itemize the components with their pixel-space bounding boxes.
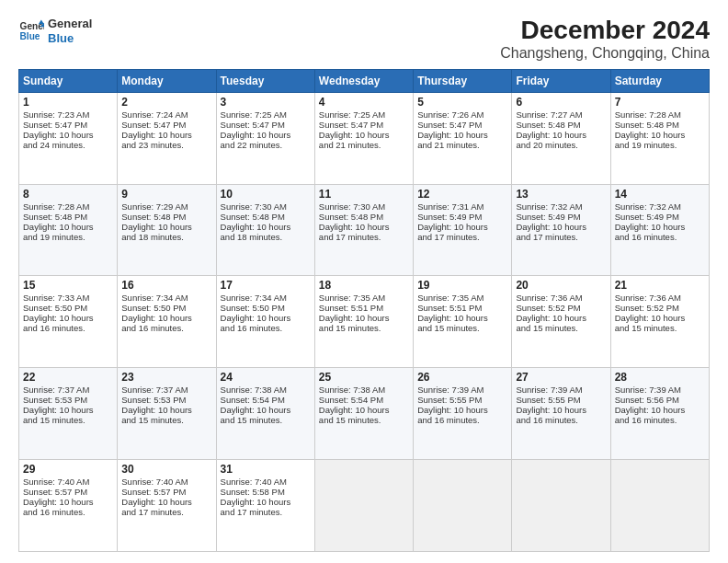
day-number: 4 xyxy=(319,96,409,109)
cell-line: Daylight: 10 hours xyxy=(221,497,311,507)
cell-line: Daylight: 10 hours xyxy=(319,313,409,323)
calendar-cell: 3Sunrise: 7:25 AMSunset: 5:47 PMDaylight… xyxy=(216,92,314,184)
cell-line: Daylight: 10 hours xyxy=(121,130,211,140)
cell-line: Sunset: 5:50 PM xyxy=(23,303,113,313)
calendar-cell: 26Sunrise: 7:39 AMSunset: 5:55 PMDayligh… xyxy=(414,368,512,460)
cell-line: Daylight: 10 hours xyxy=(516,313,606,323)
day-number: 3 xyxy=(221,96,311,109)
cell-line: Daylight: 10 hours xyxy=(221,130,311,140)
day-number: 2 xyxy=(121,96,211,109)
day-number: 20 xyxy=(516,279,606,292)
day-number: 1 xyxy=(23,96,113,109)
cell-line: Sunrise: 7:30 AM xyxy=(319,201,409,212)
cell-line: Daylight: 10 hours xyxy=(615,130,705,140)
day-number: 19 xyxy=(417,279,507,292)
cell-line: Sunset: 5:57 PM xyxy=(121,487,211,497)
cell-line: Sunset: 5:48 PM xyxy=(23,212,113,222)
cell-line: Sunset: 5:53 PM xyxy=(121,395,211,405)
cell-line: Sunrise: 7:33 AM xyxy=(23,293,113,303)
calendar-cell xyxy=(512,460,610,552)
cell-line: Sunset: 5:52 PM xyxy=(615,303,705,313)
cell-line: Sunrise: 7:26 AM xyxy=(417,109,507,120)
cell-line: Sunrise: 7:36 AM xyxy=(516,293,606,303)
day-number: 31 xyxy=(221,463,311,476)
calendar-table: SundayMondayTuesdayWednesdayThursdayFrid… xyxy=(18,69,710,552)
cell-line: Sunrise: 7:25 AM xyxy=(221,109,311,120)
cell-line: and 16 minutes. xyxy=(121,323,211,333)
cell-line: Daylight: 10 hours xyxy=(417,405,507,415)
day-number: 13 xyxy=(516,188,606,201)
cell-line: Sunrise: 7:40 AM xyxy=(121,477,211,487)
calendar-cell: 8Sunrise: 7:28 AMSunset: 5:48 PMDaylight… xyxy=(19,184,118,276)
week-row-4: 22Sunrise: 7:37 AMSunset: 5:53 PMDayligh… xyxy=(19,368,710,460)
day-number: 28 xyxy=(615,371,705,384)
cell-line: Sunrise: 7:37 AM xyxy=(121,385,211,395)
cell-line: Daylight: 10 hours xyxy=(319,130,409,140)
cell-line: and 16 minutes. xyxy=(23,323,113,333)
calendar-cell: 17Sunrise: 7:34 AMSunset: 5:50 PMDayligh… xyxy=(216,276,314,368)
cell-line: Daylight: 10 hours xyxy=(319,222,409,232)
cell-line: Sunrise: 7:35 AM xyxy=(417,293,507,303)
day-number: 18 xyxy=(319,279,409,292)
cell-line: and 17 minutes. xyxy=(221,507,311,517)
day-number: 24 xyxy=(221,371,311,384)
cell-line: Sunrise: 7:23 AM xyxy=(23,109,113,120)
cell-line: and 16 minutes. xyxy=(221,323,311,333)
calendar-cell: 10Sunrise: 7:30 AMSunset: 5:48 PMDayligh… xyxy=(216,184,314,276)
day-number: 17 xyxy=(221,279,311,292)
calendar-cell: 14Sunrise: 7:32 AMSunset: 5:49 PMDayligh… xyxy=(610,184,709,276)
cell-line: Sunset: 5:53 PM xyxy=(23,395,113,405)
cell-line: and 20 minutes. xyxy=(516,140,606,150)
logo-blue: Blue xyxy=(48,31,92,46)
cell-line: Sunset: 5:55 PM xyxy=(516,395,606,405)
calendar-cell: 24Sunrise: 7:38 AMSunset: 5:54 PMDayligh… xyxy=(216,368,314,460)
day-number: 16 xyxy=(121,279,211,292)
weekday-header-monday: Monday xyxy=(118,69,216,92)
day-number: 23 xyxy=(121,371,211,384)
calendar-subtitle: Changsheng, Chongqing, China xyxy=(500,45,710,62)
cell-line: Daylight: 10 hours xyxy=(23,313,113,323)
cell-line: and 17 minutes. xyxy=(121,507,211,517)
title-block: December 2024 Changsheng, Chongqing, Chi… xyxy=(500,17,710,62)
calendar-cell: 21Sunrise: 7:36 AMSunset: 5:52 PMDayligh… xyxy=(610,276,709,368)
day-number: 14 xyxy=(615,188,705,201)
calendar-cell: 6Sunrise: 7:27 AMSunset: 5:48 PMDaylight… xyxy=(512,92,610,184)
cell-line: and 15 minutes. xyxy=(23,415,113,425)
cell-line: Sunset: 5:47 PM xyxy=(417,120,507,130)
cell-line: Sunrise: 7:27 AM xyxy=(516,109,606,120)
cell-line: Daylight: 10 hours xyxy=(121,405,211,415)
cell-line: Daylight: 10 hours xyxy=(121,497,211,507)
cell-line: Sunset: 5:47 PM xyxy=(319,120,409,130)
cell-line: Sunrise: 7:31 AM xyxy=(417,201,507,212)
cell-line: Daylight: 10 hours xyxy=(221,313,311,323)
weekday-header-wednesday: Wednesday xyxy=(314,69,413,92)
cell-line: Sunset: 5:54 PM xyxy=(319,395,409,405)
cell-line: and 22 minutes. xyxy=(221,140,311,150)
cell-line: Daylight: 10 hours xyxy=(417,222,507,232)
cell-line: and 16 minutes. xyxy=(615,415,705,425)
day-number: 22 xyxy=(23,371,113,384)
cell-line: and 15 minutes. xyxy=(615,323,705,333)
calendar-cell: 16Sunrise: 7:34 AMSunset: 5:50 PMDayligh… xyxy=(118,276,216,368)
cell-line: Sunrise: 7:36 AM xyxy=(615,293,705,303)
cell-line: and 16 minutes. xyxy=(516,415,606,425)
day-number: 25 xyxy=(319,371,409,384)
weekday-header-saturday: Saturday xyxy=(610,69,709,92)
cell-line: Sunset: 5:50 PM xyxy=(221,303,311,313)
calendar-title: December 2024 xyxy=(500,17,710,45)
week-row-2: 8Sunrise: 7:28 AMSunset: 5:48 PMDaylight… xyxy=(19,184,710,276)
day-number: 29 xyxy=(23,463,113,476)
cell-line: Daylight: 10 hours xyxy=(121,222,211,232)
calendar-cell: 19Sunrise: 7:35 AMSunset: 5:51 PMDayligh… xyxy=(414,276,512,368)
cell-line: Daylight: 10 hours xyxy=(23,405,113,415)
cell-line: and 18 minutes. xyxy=(121,232,211,242)
calendar-cell: 25Sunrise: 7:38 AMSunset: 5:54 PMDayligh… xyxy=(314,368,413,460)
cell-line: Sunset: 5:56 PM xyxy=(615,395,705,405)
weekday-header-row: SundayMondayTuesdayWednesdayThursdayFrid… xyxy=(19,69,710,92)
header: General Blue General Blue December 2024 … xyxy=(18,17,710,62)
logo-icon: General Blue xyxy=(18,18,44,44)
cell-line: and 21 minutes. xyxy=(417,140,507,150)
cell-line: Sunrise: 7:38 AM xyxy=(319,385,409,395)
calendar-cell: 1Sunrise: 7:23 AMSunset: 5:47 PMDaylight… xyxy=(19,92,118,184)
cell-line: Sunset: 5:51 PM xyxy=(417,303,507,313)
